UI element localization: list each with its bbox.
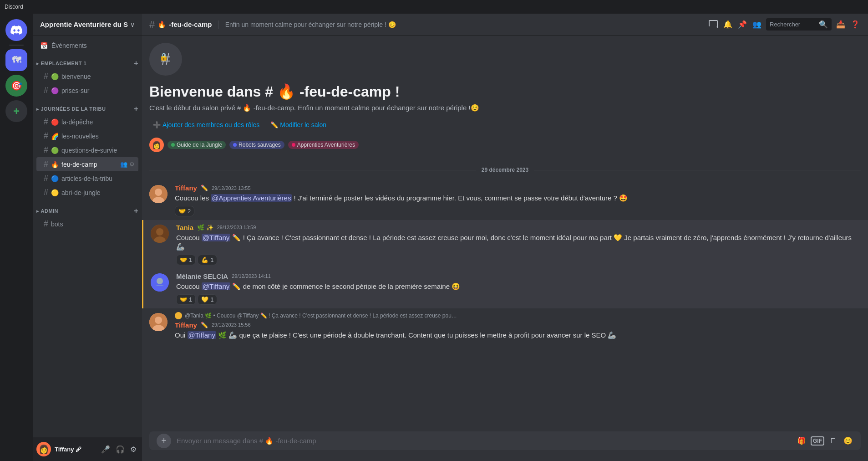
sticker-button[interactable]: 🗒 (828, 435, 839, 446)
search-input[interactable] (770, 21, 816, 28)
hash-icon: # (44, 174, 48, 183)
hash-icon: # (44, 72, 48, 81)
mention[interactable]: @Tiffany (202, 282, 230, 290)
message-avatar (151, 273, 169, 292)
channel-item-bots[interactable]: # bots (36, 217, 138, 231)
channel-name-top: -feu-de-camp (169, 20, 212, 28)
server-sidebar: 🗺 🎯 + (0, 14, 33, 461)
category-add-button[interactable]: + (134, 59, 138, 67)
pencil-icon: ✏️ (270, 121, 278, 128)
channel-item-questions[interactable]: # 🟢 questions-de-survie (36, 143, 138, 157)
pin-button[interactable]: 📌 (737, 19, 748, 30)
message-item: Tania 🌿 ✨ 29/12/2023 13:59 Coucou @Tiffa… (142, 220, 868, 269)
add-icon: ➕ (153, 121, 161, 128)
mention[interactable]: @Tiffany (202, 234, 230, 241)
category-header-cat2[interactable]: ▸ JOURNÉES DE LA TRIBU + (33, 97, 142, 115)
message-timestamp: 29/12/2023 13:59 (217, 225, 256, 230)
deafen-button[interactable]: 🎧 (114, 443, 127, 456)
user-controls: 🎤 🎧 ⚙ (99, 443, 138, 456)
date-divider: 29 décembre 2023 (142, 163, 868, 177)
threads-button[interactable] (708, 19, 719, 30)
reaction-button[interactable]: 💛 1 (198, 294, 217, 305)
server-name-bar[interactable]: Apprentie Aventurière du S ∨ (33, 14, 142, 36)
message-item: Mélanie SELCIA 29/12/2023 14:11 Coucou @… (142, 269, 868, 308)
gift-button[interactable]: 🎁 (796, 435, 807, 446)
user-info: Tiffany 🖊 (55, 446, 96, 453)
mention[interactable]: @Apprenties Aventurières (211, 194, 292, 202)
channel-item-articles[interactable]: # 🔵 articles-de-la-tribu (36, 171, 138, 185)
message-input[interactable] (177, 431, 791, 450)
inbox-button[interactable]: 📥 (835, 19, 846, 30)
message-author[interactable]: Tiffany (175, 184, 197, 192)
message-content: @Tania 🌿 • Coucou @Tiffany ✏️ ! Ça avanc… (175, 312, 861, 340)
message-timestamp: 29/12/2023 14:11 (232, 273, 271, 279)
add-members-link[interactable]: ➕ Ajouter des membres ou des rôles (149, 119, 263, 130)
mention[interactable]: @Tiffany (188, 331, 216, 339)
message-avatar (151, 225, 169, 243)
category-header-cat1[interactable]: ▸ EMPLACEMENT 1 + (33, 52, 142, 69)
message-reactions: 🤝 1 💪 1 (176, 255, 861, 265)
reaction-emoji: 🤝 (178, 208, 186, 215)
search-box[interactable]: 🔍 (766, 18, 832, 31)
gear-icon: ⚙ (129, 161, 135, 168)
message-avatar (149, 313, 168, 331)
channel-item-depeche[interactable]: # 🔴 la-dépêche (36, 115, 138, 129)
input-actions: 🎁 GIF 🗒 😊 (796, 435, 853, 446)
channel-item-feudecamp[interactable]: # 🔥 feu-de-camp 👥 ⚙ (36, 157, 138, 171)
mute-channel-button[interactable]: 🔔 (722, 19, 733, 30)
message-text: Coucou @Tiffany ✏️ de mon côté je commen… (176, 282, 861, 292)
add-server-button[interactable]: + (5, 100, 27, 122)
hash-icon: # (44, 131, 48, 141)
title-bar: Discord (0, 0, 868, 14)
channel-icons: 👥 ⚙ (120, 161, 135, 168)
role-user-avatar: 👩 (149, 138, 164, 152)
role-dot (171, 143, 175, 147)
role-tag-apprenties: Apprenties Aventurières (288, 141, 359, 149)
events-item[interactable]: 📅 Événements (33, 39, 142, 52)
channel-item-prises[interactable]: # 🟣 prises-sur (36, 83, 138, 97)
svg-point-1 (155, 189, 162, 196)
reaction-button[interactable]: 🤝 1 (176, 255, 196, 265)
messages-area[interactable]: # 🔒 Bienvenue dans # 🔥 -feu-de-camp ! C'… (142, 36, 868, 431)
calendar-icon: 📅 (40, 42, 48, 49)
message-author[interactable]: Tania (176, 224, 193, 231)
mute-button[interactable]: 🎤 (99, 443, 112, 456)
message-input-area: + 🎁 GIF 🗒 😊 (142, 431, 868, 461)
channel-intro-links: ➕ Ajouter des membres ou des rôles ✏️ Mo… (149, 119, 861, 130)
server-icon-main[interactable]: 🗺 (5, 49, 27, 71)
discord-home-button[interactable] (5, 19, 27, 41)
message-badge: 🌿 ✨ (197, 224, 213, 231)
category-add-button-admin[interactable]: + (134, 207, 138, 215)
hash-icon: # (44, 117, 48, 127)
members-button[interactable]: 👥 (751, 19, 762, 30)
settings-button[interactable]: ⚙ (128, 443, 138, 456)
channel-item-nouvelles[interactable]: # 🌈 les-nouvelles (36, 129, 138, 143)
category-add-button-2[interactable]: + (134, 105, 138, 113)
add-attachment-button[interactable]: + (157, 434, 171, 448)
reaction-button[interactable]: 💪 1 (198, 255, 217, 265)
message-header: Tiffany ✏️ 29/12/2023 13:55 (175, 184, 861, 192)
channel-intro: # 🔒 Bienvenue dans # 🔥 -feu-de-camp ! C'… (142, 43, 868, 159)
hash-icon: # (44, 219, 48, 229)
user-bar: 👩 Tiffany 🖊 🎤 🎧 ⚙ (33, 437, 142, 461)
message-content: Mélanie SELCIA 29/12/2023 14:11 Coucou @… (176, 272, 861, 305)
channel-item-bienvenue[interactable]: # 🟢 bienvenue (36, 69, 138, 83)
reply-text: @Tania 🌿 • Coucou @Tiffany ✏️ ! Ça avanc… (185, 312, 458, 319)
category-header-admin[interactable]: ▸ ADMIN + (33, 200, 142, 217)
svg-point-7 (157, 278, 163, 284)
reaction-button[interactable]: 🤝 1 (176, 294, 196, 305)
role-dot (233, 143, 237, 147)
server-icon-2[interactable]: 🎯 (5, 75, 27, 97)
message-author[interactable]: Tiffany (175, 321, 197, 329)
help-button[interactable]: ❓ (850, 19, 861, 30)
message-badge: ✏️ (201, 184, 208, 191)
reaction-button[interactable]: 🤝 2 (175, 206, 194, 216)
edit-channel-link[interactable]: ✏️ Modifier le salon (267, 119, 330, 130)
emoji-button[interactable]: 😊 (843, 435, 853, 446)
channel-intro-icon: # 🔒 (149, 43, 182, 76)
channel-item-abri[interactable]: # 🟡 abri-de-jungle (36, 185, 138, 200)
app-name: Discord (5, 4, 23, 10)
reaction-emoji: 💛 (201, 296, 208, 303)
message-author[interactable]: Mélanie SELCIA (176, 272, 228, 280)
gif-button[interactable]: GIF (811, 436, 824, 446)
